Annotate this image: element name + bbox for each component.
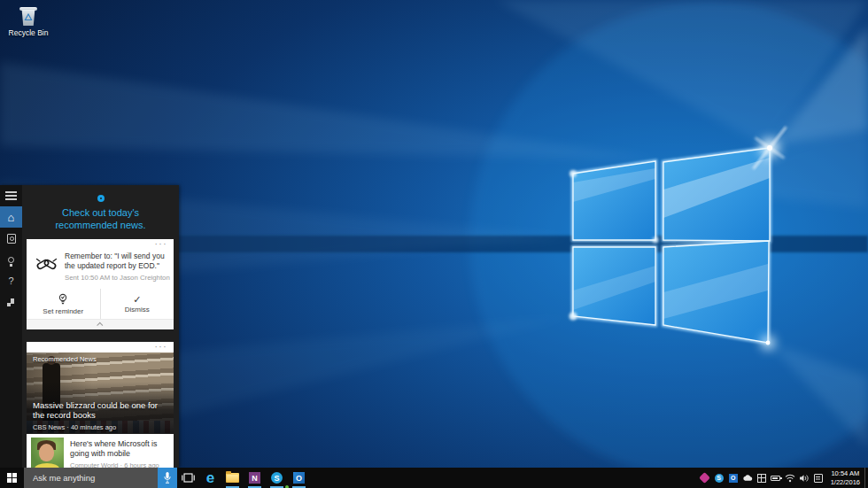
- recycle-bin-desktop-icon[interactable]: Recycle Bin: [7, 5, 50, 37]
- recycle-symbol-icon: [24, 13, 33, 21]
- news-source: Computer World · 6 hours ago: [70, 461, 169, 468]
- reminder-bulb-icon: [58, 293, 68, 306]
- dismiss-button[interactable]: ✓ Dismiss: [101, 289, 174, 319]
- edge-icon: e: [206, 470, 214, 485]
- cortana-search-box[interactable]: [24, 468, 177, 488]
- onedrive-cloud-icon[interactable]: [742, 473, 753, 484]
- desktop: Recycle Bin ⌂ ? Check out: [0, 0, 868, 488]
- outlook-icon: O: [293, 472, 305, 484]
- help-icon: ?: [8, 275, 13, 286]
- news-photo-empty-shelves: Recommended News Massive blizzard could …: [27, 352, 174, 433]
- news-thumbnail-portrait: [31, 438, 64, 468]
- set-reminder-label: Set reminder: [43, 307, 83, 315]
- news-source: CBS News · 40 minutes ago: [33, 423, 116, 431]
- taskbar-app-skype[interactable]: S: [266, 468, 288, 488]
- taskbar-clock[interactable]: 10:54 AM 1/22/2016: [826, 469, 864, 487]
- feedback-icon: [7, 298, 16, 306]
- clock-time: 10:54 AM: [831, 469, 860, 478]
- sidebar-item-help[interactable]: ?: [0, 270, 22, 291]
- skype-icon: S: [271, 472, 283, 484]
- taskbar-app-outlook[interactable]: O: [288, 468, 310, 488]
- sidebar-item-feedback[interactable]: [0, 291, 22, 313]
- news-card-blizzard[interactable]: ··· Recommended News Massive blizzard co…: [27, 342, 174, 433]
- hamburger-icon: [5, 191, 17, 200]
- wifi-icon[interactable]: [785, 473, 795, 484]
- cortana-ring-icon: [97, 195, 105, 202]
- microphone-icon: [163, 471, 172, 484]
- reminder-subtitle: Sent 10:50 AM to Jason Creighton: [65, 274, 170, 282]
- cortana-content: Check out today's recommended news. ··· …: [22, 185, 179, 468]
- reminder-collapse-button[interactable]: [27, 319, 174, 329]
- reminder-texts: Remember to: "I will send you the update…: [65, 252, 170, 282]
- start-button[interactable]: [0, 468, 24, 488]
- taskbar-app-file-explorer[interactable]: [221, 468, 244, 488]
- action-center-icon[interactable]: [813, 473, 824, 484]
- reminder-card[interactable]: ··· Remember to: "I will send you the up…: [27, 239, 174, 329]
- set-reminder-button[interactable]: Set reminder: [27, 289, 101, 319]
- chevron-up-icon: [97, 322, 103, 329]
- tray-app-pink-icon[interactable]: [700, 473, 710, 484]
- reminder-actions: Set reminder ✓ Dismiss: [27, 289, 174, 319]
- clock-date: 1/22/2016: [831, 478, 860, 487]
- reminder-card-menu-icon[interactable]: ···: [155, 239, 168, 249]
- home-icon: ⌂: [8, 212, 15, 223]
- sidebar-item-reminders[interactable]: [0, 249, 22, 270]
- notebook-icon: [7, 234, 16, 244]
- recommended-news-label: Recommended News: [33, 355, 97, 363]
- task-view-button[interactable]: [177, 468, 199, 488]
- news-texts: Here's where Microsoft is going with mob…: [70, 438, 169, 468]
- recycle-bin-icon: [19, 5, 37, 27]
- reminder-body: Remember to: "I will send you the update…: [27, 239, 174, 282]
- checkmark-icon: ✓: [133, 295, 141, 304]
- tray-skype-status-icon[interactable]: S: [714, 473, 725, 484]
- taskbar: e N S O S O: [0, 468, 868, 488]
- cortana-panel: ⌂ ? Check out today's recommended news. …: [0, 185, 179, 468]
- reminder-title: Remember to: "I will send you the update…: [65, 252, 170, 271]
- handshake-icon: [35, 252, 58, 276]
- task-view-icon: [182, 472, 195, 484]
- taskbar-app-edge[interactable]: e: [199, 468, 221, 488]
- cortana-greeting: Check out today's recommended news.: [31, 206, 171, 232]
- lightbulb-icon: [8, 257, 14, 263]
- taskbar-app-onenote[interactable]: N: [244, 468, 266, 488]
- news-card-header: ···: [27, 342, 174, 352]
- sidebar-item-home[interactable]: ⌂: [0, 206, 22, 228]
- onenote-icon: N: [249, 472, 260, 484]
- volume-icon[interactable]: [799, 473, 810, 484]
- cortana-sidebar: ⌂ ?: [0, 185, 22, 468]
- news-card-menu-icon[interactable]: ···: [155, 342, 168, 352]
- hamburger-menu-button[interactable]: [0, 185, 22, 206]
- system-tray: S O: [697, 468, 826, 488]
- battery-icon[interactable]: [771, 473, 781, 484]
- recycle-bin-label: Recycle Bin: [7, 28, 50, 37]
- sidebar-item-notebook[interactable]: [0, 228, 22, 249]
- news-headline: Massive blizzard could be one for the re…: [33, 400, 169, 421]
- news-card-microsoft-mobile[interactable]: Here's where Microsoft is going with mob…: [27, 434, 174, 468]
- windows-logo-icon: [7, 473, 17, 483]
- news-headline: Here's where Microsoft is going with mob…: [70, 439, 169, 460]
- file-explorer-icon: [226, 473, 239, 483]
- tray-outlook-icon[interactable]: O: [728, 473, 739, 484]
- show-desktop-button[interactable]: [864, 468, 868, 488]
- microphone-button[interactable]: [158, 468, 177, 488]
- search-input[interactable]: [24, 468, 158, 488]
- tray-device-grid-icon[interactable]: [756, 473, 767, 484]
- dismiss-label: Dismiss: [125, 306, 150, 314]
